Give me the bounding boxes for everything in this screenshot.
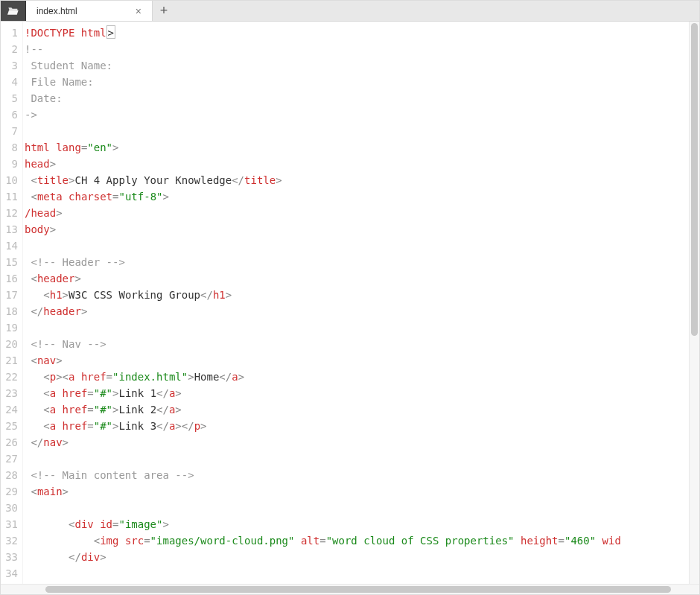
line-number: 32 [1,532,18,549]
line-number: 13 [1,221,18,238]
line-number: 30 [1,500,18,516]
line-number: 1 [1,25,18,41]
close-icon[interactable]: × [133,4,144,18]
code-line[interactable]: <!-- Main content area --> [25,467,689,483]
code-line[interactable]: <a href="#">Link 3</a></p> [25,418,689,434]
code-line[interactable]: <a href="#">Link 2</a> [25,401,689,418]
code-line[interactable] [25,123,689,139]
open-folder-button[interactable] [1,1,26,21]
code-line[interactable]: <meta charset="utf-8"> [25,188,689,205]
tab-title: index.html [36,6,133,16]
line-number: 14 [1,238,18,254]
code-line[interactable] [25,565,689,582]
line-number: 18 [1,303,18,319]
line-number: 10 [1,172,18,188]
tab-index-html[interactable]: index.html × [26,1,153,21]
line-number: 16 [1,270,18,287]
line-number: 8 [1,139,18,156]
code-line[interactable]: head> [25,156,689,172]
vertical-scrollbar-thumb[interactable] [691,23,698,336]
code-line[interactable] [25,451,689,467]
editor-area: 1234567891011121314151617181920212223242… [1,22,699,584]
code-line[interactable]: <title>CH 4 Apply Your Knowledge</title> [25,172,689,188]
code-line[interactable]: body> [25,221,689,238]
line-number: 26 [1,434,18,451]
line-number: 12 [1,205,18,221]
line-number: 28 [1,467,18,483]
code-line[interactable] [25,500,689,516]
line-number: 23 [1,385,18,401]
code-editor[interactable]: !DOCTYPE html>!-- Student Name: File Nam… [23,22,689,584]
line-number: 19 [1,319,18,336]
line-number: 15 [1,254,18,270]
horizontal-scrollbar[interactable] [1,584,699,594]
code-line[interactable]: <div id="image"> [25,516,689,532]
tab-bar: index.html × + [1,1,699,22]
line-number: 21 [1,352,18,369]
code-line[interactable]: <!-- Nav --> [25,336,689,352]
folder-open-icon [7,6,19,16]
code-line[interactable] [25,238,689,254]
line-number: 5 [1,90,18,106]
code-line[interactable]: <nav> [25,352,689,369]
line-number: 33 [1,549,18,565]
line-number: 25 [1,418,18,434]
line-number-gutter: 1234567891011121314151617181920212223242… [1,22,23,584]
vertical-scrollbar[interactable] [689,22,699,584]
line-number: 4 [1,74,18,90]
code-line[interactable]: Date: [25,90,689,106]
editor-app: index.html × + 1234567891011121314151617… [0,0,700,595]
code-line[interactable]: !-- [25,41,689,57]
line-number: 29 [1,483,18,500]
code-line[interactable]: <!-- Header --> [25,254,689,270]
line-number: 11 [1,188,18,205]
line-number: 27 [1,451,18,467]
code-line[interactable]: /head> [25,205,689,221]
code-line[interactable]: <img src="images/word-cloud.png" alt="wo… [25,532,689,549]
code-line[interactable]: <header> [25,270,689,287]
code-line[interactable] [25,319,689,336]
line-number: 2 [1,41,18,57]
code-line[interactable]: <h1>W3C CSS Working Group</h1> [25,287,689,303]
code-line[interactable]: Student Name: [25,57,689,74]
code-line[interactable]: html lang="en"> [25,139,689,156]
code-line[interactable]: <p><a href="index.html">Home</a> [25,369,689,385]
line-number: 20 [1,336,18,352]
code-line[interactable]: <main> [25,483,689,500]
code-line[interactable]: </nav> [25,434,689,451]
code-line[interactable]: !DOCTYPE html> [25,25,689,41]
line-number: 31 [1,516,18,532]
line-number: 24 [1,401,18,418]
horizontal-scrollbar-thumb[interactable] [45,586,671,593]
code-line[interactable]: <a href="#">Link 1</a> [25,385,689,401]
code-line[interactable]: </div> [25,549,689,565]
line-number: 7 [1,123,18,139]
line-number: 22 [1,369,18,385]
line-number: 3 [1,57,18,74]
line-number: 6 [1,106,18,123]
code-line[interactable]: </header> [25,303,689,319]
code-line[interactable]: File Name: [25,74,689,90]
partial-code-line: <div id="group"> [25,582,689,584]
code-line[interactable]: -> [25,106,689,123]
new-tab-button[interactable]: + [153,1,175,21]
line-number: 34 [1,565,18,582]
line-number: 17 [1,287,18,303]
text-cursor: > [106,25,115,39]
line-number: 9 [1,156,18,172]
